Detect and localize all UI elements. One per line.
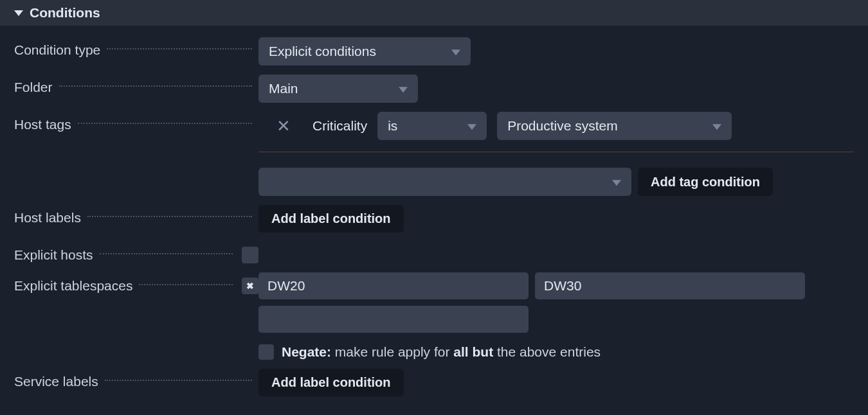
tag-value: Productive system <box>507 118 618 134</box>
label-host-labels: Host labels <box>14 210 81 225</box>
label-explicit-hosts: Explicit hosts <box>14 247 93 263</box>
host-tag-condition-row: ✕ Criticality is Productive system <box>258 112 854 152</box>
dots-filler <box>87 216 252 217</box>
row-explicit-hosts: Explicit hosts <box>14 242 854 263</box>
dots-filler <box>105 380 252 381</box>
row-condition-type: Condition type Explicit conditions <box>14 37 854 66</box>
label-host-tags: Host tags <box>14 117 71 132</box>
chevron-down-icon <box>712 124 721 130</box>
folder-value: Main <box>269 81 298 96</box>
explicit-tablespaces-toggle[interactable] <box>242 278 258 294</box>
label-service-labels: Service labels <box>14 374 98 389</box>
add-service-label-button[interactable]: Add label condition <box>258 369 404 396</box>
dots-filler <box>78 123 252 124</box>
new-tag-select[interactable] <box>258 168 631 196</box>
explicit-hosts-toggle[interactable] <box>242 247 258 263</box>
negate-checkbox[interactable] <box>258 344 274 360</box>
add-tag-condition-button[interactable]: Add tag condition <box>638 168 773 196</box>
tag-group-label: Criticality <box>312 118 367 134</box>
dots-filler <box>107 48 252 49</box>
tablespaces-inputs <box>258 272 854 333</box>
dots-filler <box>100 253 233 254</box>
tablespace-input-0[interactable] <box>258 272 529 299</box>
tag-operator-select[interactable]: is <box>377 112 487 140</box>
chevron-down-icon <box>451 49 460 55</box>
row-service-labels: Service labels Add label condition <box>14 369 854 396</box>
panel-body: Condition type Explicit conditions Folde… <box>0 26 868 403</box>
tablespace-input-1[interactable] <box>535 272 805 299</box>
row-host-tags: Host tags ✕ Criticality is Productive sy… <box>14 112 854 196</box>
row-explicit-tablespaces: Explicit tablespaces Negate: make rule a… <box>14 272 854 360</box>
tag-value-select[interactable]: Productive system <box>497 112 732 140</box>
label-explicit-tablespaces: Explicit tablespaces <box>14 278 132 294</box>
condition-type-value: Explicit conditions <box>269 44 376 59</box>
conditions-section-header[interactable]: Conditions <box>0 0 868 26</box>
chevron-down-icon <box>399 87 408 93</box>
caret-down-icon <box>14 10 23 16</box>
add-host-label-button[interactable]: Add label condition <box>258 205 404 233</box>
panel-title: Conditions <box>30 5 100 21</box>
chevron-down-icon <box>612 180 621 186</box>
row-folder: Folder Main <box>14 75 854 103</box>
folder-select[interactable]: Main <box>258 75 418 103</box>
label-folder: Folder <box>14 80 53 95</box>
condition-type-select[interactable]: Explicit conditions <box>258 37 471 66</box>
dots-filler <box>139 284 233 285</box>
negate-row: Negate: make rule apply for all but the … <box>258 344 854 360</box>
chevron-down-icon <box>467 124 476 130</box>
label-condition-type: Condition type <box>14 42 100 58</box>
row-host-labels: Host labels Add label condition <box>14 205 854 233</box>
add-tag-row: Add tag condition <box>258 168 854 196</box>
dots-filler <box>59 85 252 87</box>
negate-text: Negate: make rule apply for all but the … <box>282 344 601 360</box>
remove-tag-icon[interactable]: ✕ <box>258 116 302 136</box>
tag-operator-value: is <box>388 118 397 134</box>
tablespace-input-2[interactable] <box>258 306 529 333</box>
